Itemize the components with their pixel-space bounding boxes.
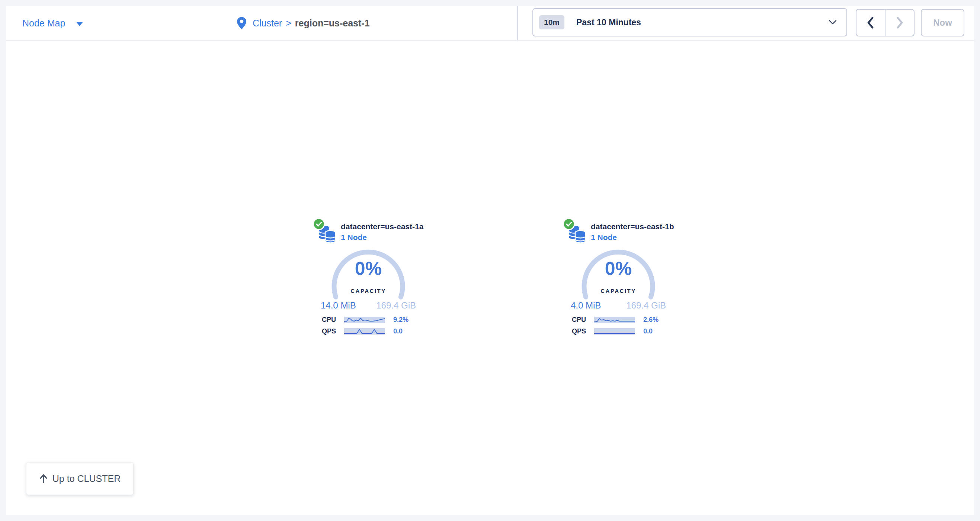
metric-row: CPU 9.2% — [313, 315, 424, 324]
capacity-available: 169.4 GiB — [626, 300, 666, 311]
capacity-used: 4.0 MiB — [571, 300, 601, 311]
time-range-dropdown[interactable]: 10m Past 10 Minutes — [532, 8, 847, 37]
breadcrumb-separator: > — [286, 18, 291, 29]
metric-value: 0.0 — [393, 328, 402, 335]
capacity-percent: 0% — [581, 258, 655, 279]
top-bar: Node Map Cluster > region=us-east-1 10m … — [6, 6, 974, 41]
datacenter-card[interactable]: datacenter=us-east-1a 1 Node 0% CAPACITY… — [313, 218, 424, 341]
node-count-link[interactable]: 1 Node — [591, 233, 617, 242]
map-pin-icon — [237, 16, 247, 30]
capacity-available: 169.4 GiB — [376, 300, 416, 311]
chevron-left-icon — [867, 16, 875, 29]
up-to-cluster-button[interactable]: Up to CLUSTER — [26, 462, 134, 495]
capacity-values: 4.0 MiB 169.4 GiB — [571, 300, 666, 311]
metric-value: 0.0 — [643, 328, 652, 335]
metric-value: 2.6% — [643, 316, 659, 324]
health-check-icon — [563, 218, 575, 230]
node-count-link[interactable]: 1 Node — [341, 233, 367, 242]
metric-label: QPS — [563, 328, 586, 335]
metric-value: 9.2% — [393, 316, 409, 324]
metric-label: QPS — [313, 328, 336, 335]
up-to-cluster-label: Up to CLUSTER — [52, 473, 121, 484]
time-prev-button[interactable] — [856, 10, 885, 36]
metric-row: QPS 0.0 — [313, 327, 424, 336]
breadcrumb-current-locality: region=us-east-1 — [295, 18, 370, 29]
node-map-screen: Node Map Cluster > region=us-east-1 10m … — [0, 0, 980, 521]
chevron-right-icon — [896, 16, 904, 29]
arrow-up-icon — [39, 474, 48, 483]
capacity-values: 14.0 MiB 169.4 GiB — [321, 300, 416, 311]
datacenter-title: datacenter=us-east-1a — [341, 222, 423, 231]
metric-sparkline — [344, 317, 385, 323]
metric-sparkline — [344, 328, 385, 335]
metric-sparkline — [594, 317, 635, 323]
capacity-label: CAPACITY — [331, 288, 406, 294]
capacity-used: 14.0 MiB — [321, 300, 356, 311]
capacity-gauge: 0% CAPACITY — [331, 247, 406, 303]
capacity-label: CAPACITY — [581, 288, 655, 294]
datacenter-title: datacenter=us-east-1b — [591, 222, 674, 231]
breadcrumb: Cluster > region=us-east-1 — [237, 6, 370, 40]
time-nav-group — [856, 9, 915, 37]
metric-row: CPU 2.6% — [563, 315, 674, 324]
metric-sparkline — [594, 328, 635, 335]
view-selector-dropdown[interactable]: Node Map — [22, 6, 83, 40]
time-range-label: Past 10 Minutes — [576, 18, 829, 27]
content-panel: Node Map Cluster > region=us-east-1 10m … — [6, 6, 974, 515]
header-divider — [517, 6, 518, 40]
chevron-down-icon — [829, 20, 837, 25]
datacenter-card[interactable]: datacenter=us-east-1b 1 Node 0% CAPACITY… — [563, 218, 674, 341]
now-button[interactable]: Now — [921, 9, 964, 37]
view-selector-label: Node Map — [22, 18, 65, 29]
health-check-icon — [313, 218, 325, 230]
breadcrumb-cluster-link[interactable]: Cluster — [253, 18, 282, 29]
metric-rows: CPU 2.6% QPS 0.0 — [563, 315, 674, 338]
time-range-badge: 10m — [539, 15, 565, 29]
now-button-label: Now — [933, 18, 952, 28]
capacity-gauge: 0% CAPACITY — [581, 247, 655, 303]
chevron-down-icon — [76, 22, 83, 26]
metric-label: CPU — [313, 316, 336, 324]
metric-label: CPU — [563, 316, 586, 324]
metric-rows: CPU 9.2% QPS 0.0 — [313, 315, 424, 338]
time-next-button[interactable] — [885, 10, 914, 36]
capacity-percent: 0% — [331, 258, 406, 279]
metric-row: QPS 0.0 — [563, 327, 674, 336]
